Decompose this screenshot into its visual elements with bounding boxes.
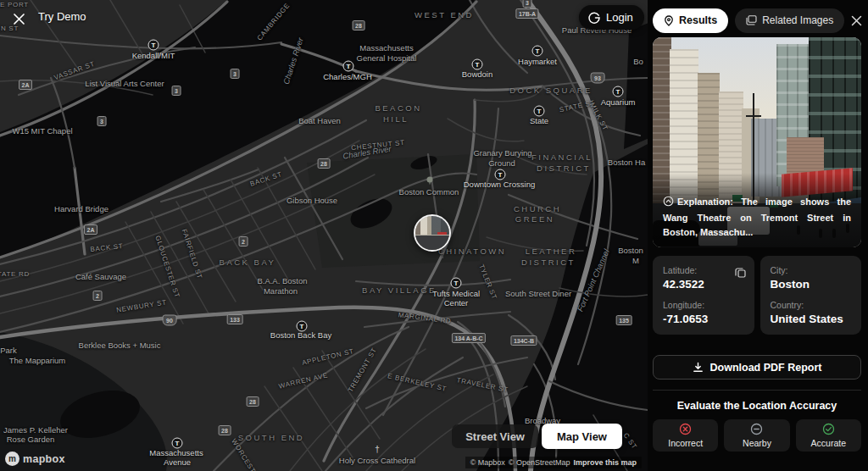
circle-x-icon (679, 423, 692, 435)
incorrect-label: Incorrect (668, 438, 703, 448)
evaluate-options: Incorrect Nearby Accurate (653, 419, 861, 452)
map-view[interactable]: E PORTIN STCAMBRIDGEWEST ENDPaul Revere … (0, 0, 648, 471)
mapbox-logo[interactable]: m mapbox (5, 452, 65, 466)
accurate-label: Accurate (811, 438, 846, 448)
location-pin-icon (664, 15, 674, 26)
related-images-icon (746, 15, 757, 25)
expand-explanation-icon[interactable] (663, 196, 674, 211)
lat-lng-card: Latitude: 42.3522 Longitude: -71.0653 (653, 256, 754, 335)
accurate-button[interactable]: Accurate (796, 419, 861, 452)
city-value: Boston (771, 278, 852, 291)
map-canvas (0, 0, 648, 471)
circle-check-icon (822, 423, 835, 435)
latitude-value: 42.3522 (663, 278, 744, 291)
close-demo-button[interactable] (10, 10, 27, 27)
country-label: Country: (771, 300, 852, 310)
attribution-improve-link[interactable]: Improve this map (573, 458, 637, 467)
map-view-button[interactable]: Map View (542, 424, 622, 449)
result-photo[interactable]: Explanation: The image shows the Wang Th… (653, 37, 861, 247)
app: E PORTIN STCAMBRIDGEWEST ENDPaul Revere … (0, 0, 868, 471)
attribution-mapbox-link[interactable]: © Mapbox (470, 458, 505, 467)
incorrect-button[interactable]: Incorrect (653, 419, 718, 452)
location-photo-marker[interactable] (414, 214, 451, 252)
street-view-button[interactable]: Street View (452, 424, 538, 448)
download-pdf-button[interactable]: Download PDF Report (653, 355, 861, 380)
geospy-logo-icon (587, 11, 601, 25)
tab-related-images[interactable]: Related Images (735, 8, 844, 33)
download-pdf-label: Download PDF Report (710, 362, 822, 374)
nearby-button[interactable]: Nearby (724, 419, 789, 452)
mapbox-logo-icon: m (5, 452, 19, 466)
tab-results-label: Results (679, 14, 717, 26)
longitude-value: -71.0653 (663, 313, 744, 325)
nearby-label: Nearby (743, 438, 771, 448)
country-value: United States (771, 313, 852, 325)
map-attribution: © Mapbox © OpenStreetMap Improve this ma… (465, 457, 642, 468)
city-label: City: (771, 265, 852, 275)
view-toggle: Street View Map View (452, 424, 622, 449)
panel-close-button[interactable] (851, 11, 862, 30)
close-icon (13, 13, 25, 25)
try-demo-button[interactable]: Try Demo (38, 10, 86, 23)
evaluate-title: Evaluate the Location Accuracy (653, 400, 861, 412)
circle-minus-icon (750, 423, 763, 435)
coordinates-section: Latitude: 42.3522 Longitude: -71.0653 Ci… (653, 256, 861, 335)
divider (653, 390, 861, 391)
tab-related-images-label: Related Images (762, 14, 833, 26)
attribution-osm-link[interactable]: © OpenStreetMap (509, 458, 570, 467)
copy-coordinates-button[interactable] (735, 266, 746, 281)
copy-icon (735, 267, 746, 278)
login-button[interactable]: Login (579, 5, 644, 30)
latitude-label: Latitude: (663, 265, 744, 275)
download-icon (693, 362, 704, 373)
mapbox-logo-text: mapbox (23, 453, 65, 465)
login-label: Login (606, 11, 633, 24)
tab-results[interactable]: Results (653, 8, 728, 33)
explanation-overlay[interactable]: Explanation: The image shows the Wang Th… (653, 173, 861, 247)
close-icon (851, 15, 862, 26)
explanation-label: Explanation: (677, 197, 733, 207)
city-country-card: City: Boston Country: United States (760, 256, 862, 335)
results-panel: Results Related Images (648, 0, 868, 471)
longitude-label: Longitude: (663, 300, 744, 310)
panel-header: Results Related Images (653, 7, 861, 34)
